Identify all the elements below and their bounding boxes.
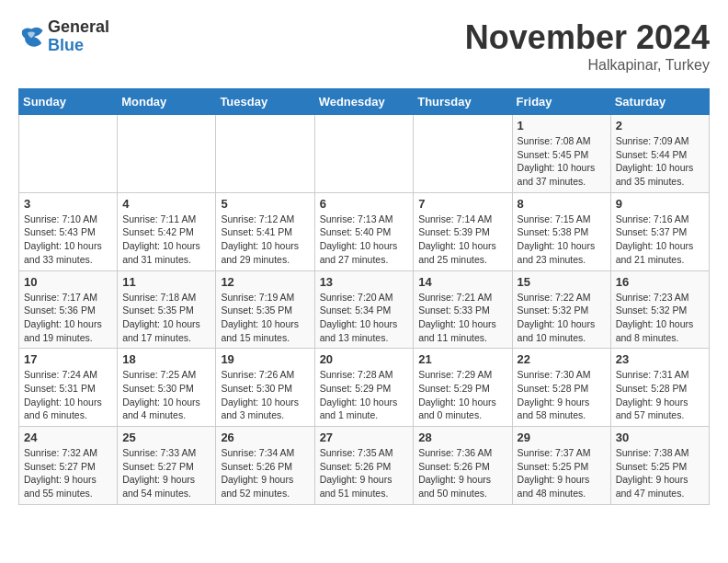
day-of-week-header: Sunday (19, 89, 118, 115)
month-title: November 2024 (465, 18, 710, 57)
calendar-cell: 5Sunrise: 7:12 AM Sunset: 5:41 PM Daylig… (216, 192, 314, 270)
calendar-week-row: 10Sunrise: 7:17 AM Sunset: 5:36 PM Dayli… (19, 270, 710, 349)
day-number: 5 (221, 197, 309, 211)
day-number: 20 (320, 352, 409, 366)
day-info: Sunrise: 7:17 AM Sunset: 5:36 PM Dayligh… (24, 291, 112, 345)
day-info: Sunrise: 7:19 AM Sunset: 5:35 PM Dayligh… (221, 291, 309, 345)
day-info: Sunrise: 7:13 AM Sunset: 5:40 PM Dayligh… (320, 213, 409, 267)
calendar-cell: 3Sunrise: 7:10 AM Sunset: 5:43 PM Daylig… (19, 192, 118, 270)
calendar-week-row: 3Sunrise: 7:10 AM Sunset: 5:43 PM Daylig… (19, 192, 710, 270)
logo-general: General (48, 18, 109, 37)
calendar-cell: 12Sunrise: 7:19 AM Sunset: 5:35 PM Dayli… (216, 270, 314, 349)
day-number: 15 (518, 275, 606, 289)
calendar-cell: 6Sunrise: 7:13 AM Sunset: 5:40 PM Daylig… (314, 192, 414, 270)
day-number: 7 (418, 197, 506, 211)
logo-text: General Blue (48, 18, 109, 55)
calendar-cell: 20Sunrise: 7:28 AM Sunset: 5:29 PM Dayli… (314, 349, 414, 427)
day-number: 14 (418, 275, 506, 289)
day-number: 9 (616, 197, 704, 211)
day-number: 16 (616, 275, 704, 289)
day-info: Sunrise: 7:33 AM Sunset: 5:27 PM Dayligh… (122, 446, 210, 500)
day-info: Sunrise: 7:11 AM Sunset: 5:42 PM Dayligh… (122, 213, 210, 267)
day-of-week-header: Monday (118, 89, 216, 115)
day-number: 10 (24, 275, 112, 289)
day-number: 3 (24, 197, 112, 211)
calendar-week-row: 17Sunrise: 7:24 AM Sunset: 5:31 PM Dayli… (19, 349, 710, 427)
location-subtitle: Halkapinar, Turkey (465, 57, 710, 74)
day-of-week-header: Saturday (610, 89, 709, 115)
calendar-cell: 25Sunrise: 7:33 AM Sunset: 5:27 PM Dayli… (118, 427, 216, 505)
day-info: Sunrise: 7:08 AM Sunset: 5:45 PM Dayligh… (518, 134, 606, 189)
day-info: Sunrise: 7:35 AM Sunset: 5:26 PM Dayligh… (320, 446, 409, 500)
day-number: 22 (518, 352, 606, 366)
day-info: Sunrise: 7:14 AM Sunset: 5:39 PM Dayligh… (418, 213, 506, 267)
calendar-cell: 23Sunrise: 7:31 AM Sunset: 5:28 PM Dayli… (610, 349, 709, 427)
calendar-cell: 10Sunrise: 7:17 AM Sunset: 5:36 PM Dayli… (19, 270, 118, 349)
calendar-cell: 13Sunrise: 7:20 AM Sunset: 5:34 PM Dayli… (314, 270, 414, 349)
calendar-cell (19, 115, 118, 193)
calendar-cell: 24Sunrise: 7:32 AM Sunset: 5:27 PM Dayli… (19, 427, 118, 505)
page-header: General Blue November 2024 Halkapinar, T… (18, 18, 710, 74)
calendar-cell: 26Sunrise: 7:34 AM Sunset: 5:26 PM Dayli… (216, 427, 314, 505)
day-info: Sunrise: 7:24 AM Sunset: 5:31 PM Dayligh… (24, 368, 112, 422)
day-number: 8 (518, 197, 606, 211)
calendar-cell: 11Sunrise: 7:18 AM Sunset: 5:35 PM Dayli… (118, 270, 216, 349)
day-info: Sunrise: 7:22 AM Sunset: 5:32 PM Dayligh… (518, 291, 606, 345)
day-info: Sunrise: 7:10 AM Sunset: 5:43 PM Dayligh… (24, 213, 112, 267)
calendar-table: SundayMondayTuesdayWednesdayThursdayFrid… (18, 88, 710, 505)
day-number: 24 (24, 431, 112, 444)
day-number: 17 (24, 352, 112, 366)
day-info: Sunrise: 7:31 AM Sunset: 5:28 PM Dayligh… (616, 368, 704, 422)
calendar-cell: 15Sunrise: 7:22 AM Sunset: 5:32 PM Dayli… (512, 270, 610, 349)
day-number: 29 (518, 431, 606, 444)
day-info: Sunrise: 7:37 AM Sunset: 5:25 PM Dayligh… (518, 446, 606, 500)
calendar-cell: 8Sunrise: 7:15 AM Sunset: 5:38 PM Daylig… (512, 192, 610, 270)
day-of-week-header: Friday (512, 89, 610, 115)
calendar-cell: 9Sunrise: 7:16 AM Sunset: 5:37 PM Daylig… (610, 192, 709, 270)
day-of-week-header: Tuesday (216, 89, 314, 115)
day-number: 21 (418, 352, 506, 366)
calendar-cell: 19Sunrise: 7:26 AM Sunset: 5:30 PM Dayli… (216, 349, 314, 427)
calendar-cell: 14Sunrise: 7:21 AM Sunset: 5:33 PM Dayli… (414, 270, 512, 349)
calendar-cell: 7Sunrise: 7:14 AM Sunset: 5:39 PM Daylig… (414, 192, 512, 270)
day-info: Sunrise: 7:25 AM Sunset: 5:30 PM Dayligh… (122, 368, 210, 422)
calendar-cell: 17Sunrise: 7:24 AM Sunset: 5:31 PM Dayli… (19, 349, 118, 427)
day-number: 12 (221, 275, 309, 289)
calendar-week-row: 1Sunrise: 7:08 AM Sunset: 5:45 PM Daylig… (19, 115, 710, 193)
calendar-cell: 30Sunrise: 7:38 AM Sunset: 5:25 PM Dayli… (610, 427, 709, 505)
day-number: 27 (320, 431, 409, 444)
day-number: 18 (122, 352, 210, 366)
day-info: Sunrise: 7:09 AM Sunset: 5:44 PM Dayligh… (616, 134, 704, 189)
day-info: Sunrise: 7:15 AM Sunset: 5:38 PM Dayligh… (518, 213, 606, 267)
day-number: 4 (122, 197, 210, 211)
calendar-cell: 22Sunrise: 7:30 AM Sunset: 5:28 PM Dayli… (512, 349, 610, 427)
calendar-cell: 27Sunrise: 7:35 AM Sunset: 5:26 PM Dayli… (314, 427, 414, 505)
day-info: Sunrise: 7:26 AM Sunset: 5:30 PM Dayligh… (221, 368, 309, 422)
calendar-cell: 29Sunrise: 7:37 AM Sunset: 5:25 PM Dayli… (512, 427, 610, 505)
calendar-cell (314, 115, 414, 193)
calendar-cell: 16Sunrise: 7:23 AM Sunset: 5:32 PM Dayli… (610, 270, 709, 349)
day-info: Sunrise: 7:23 AM Sunset: 5:32 PM Dayligh… (616, 291, 704, 345)
calendar-cell (118, 115, 216, 193)
day-info: Sunrise: 7:18 AM Sunset: 5:35 PM Dayligh… (122, 291, 210, 345)
day-number: 6 (320, 197, 409, 211)
calendar-cell: 28Sunrise: 7:36 AM Sunset: 5:26 PM Dayli… (414, 427, 512, 505)
calendar-header-row: SundayMondayTuesdayWednesdayThursdayFrid… (19, 89, 710, 115)
day-info: Sunrise: 7:38 AM Sunset: 5:25 PM Dayligh… (616, 446, 704, 500)
day-info: Sunrise: 7:16 AM Sunset: 5:37 PM Dayligh… (616, 213, 704, 267)
logo-icon (18, 24, 44, 50)
day-info: Sunrise: 7:21 AM Sunset: 5:33 PM Dayligh… (418, 291, 506, 345)
day-number: 19 (221, 352, 309, 366)
day-info: Sunrise: 7:20 AM Sunset: 5:34 PM Dayligh… (320, 291, 409, 345)
calendar-cell: 4Sunrise: 7:11 AM Sunset: 5:42 PM Daylig… (118, 192, 216, 270)
logo-blue: Blue (48, 37, 109, 55)
day-number: 13 (320, 275, 409, 289)
day-info: Sunrise: 7:28 AM Sunset: 5:29 PM Dayligh… (320, 368, 409, 422)
calendar-cell: 21Sunrise: 7:29 AM Sunset: 5:29 PM Dayli… (414, 349, 512, 427)
day-info: Sunrise: 7:34 AM Sunset: 5:26 PM Dayligh… (221, 446, 309, 500)
calendar-cell: 2Sunrise: 7:09 AM Sunset: 5:44 PM Daylig… (610, 115, 709, 193)
day-info: Sunrise: 7:36 AM Sunset: 5:26 PM Dayligh… (418, 446, 506, 500)
day-number: 26 (221, 431, 309, 444)
day-number: 1 (518, 119, 606, 132)
day-of-week-header: Wednesday (314, 89, 414, 115)
